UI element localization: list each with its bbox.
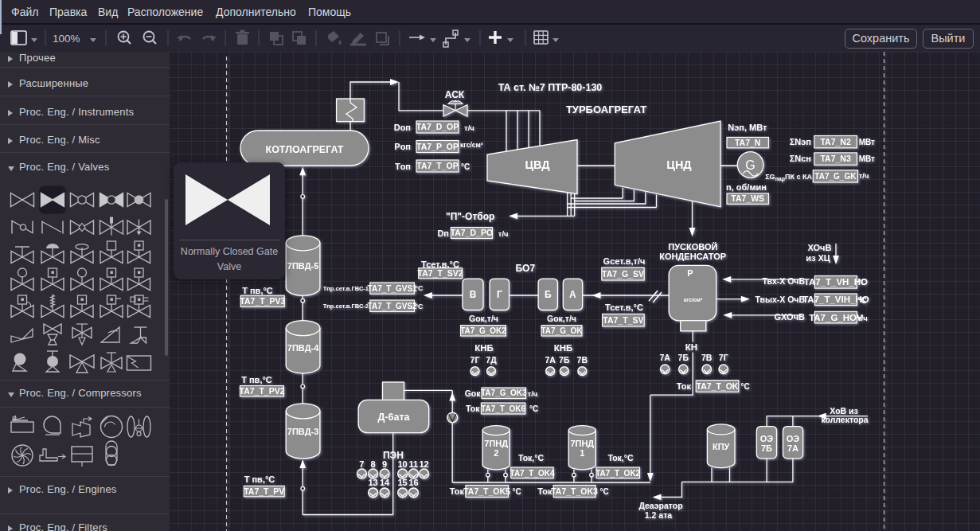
svg-text:т/ч: т/ч bbox=[857, 314, 868, 322]
svg-text:Тсет.в,°С: Тсет.в,°С bbox=[421, 260, 459, 269]
svg-text:Т пв,°С: Т пв,°С bbox=[241, 375, 272, 385]
svg-text:°С: °С bbox=[741, 382, 750, 391]
svg-text:°С: °С bbox=[415, 284, 424, 292]
svg-text:TA7_WS: TA7_WS bbox=[731, 193, 764, 203]
svg-text:Tоп: Tоп bbox=[395, 162, 411, 171]
svg-text:7Г: 7Г bbox=[719, 353, 728, 362]
svg-text:°С: °С bbox=[415, 303, 424, 310]
svg-text:TA7_G_OK2: TA7_G_OK2 bbox=[460, 326, 506, 335]
svg-text:TA7_T_SV2: TA7_T_SV2 bbox=[418, 268, 463, 278]
svg-text:КОТЛОАГРЕГАТ: КОТЛОАГРЕГАТ bbox=[266, 144, 344, 155]
svg-text:7Г: 7Г bbox=[470, 355, 480, 365]
svg-text:Nэп, МВт: Nэп, МВт bbox=[728, 123, 767, 132]
svg-text:7Б: 7Б bbox=[559, 355, 570, 365]
svg-text:ΣGпарПК с КА: ΣGпарПК с КА bbox=[765, 173, 812, 182]
svg-text:МВт: МВт bbox=[859, 138, 875, 146]
svg-text:Р: Р bbox=[687, 268, 693, 278]
svg-text:°С: °С bbox=[513, 487, 521, 496]
svg-text:ΣNэп: ΣNэп bbox=[790, 137, 811, 146]
svg-text:TA7_G_OK: TA7_G_OK bbox=[541, 326, 583, 335]
svg-text:GХОчВ: GХОчВ bbox=[775, 312, 806, 322]
svg-text:кгс/см²: кгс/см² bbox=[684, 297, 703, 303]
svg-text:°С: °С bbox=[858, 278, 867, 287]
svg-text:"П"-Отбор: "П"-Отбор bbox=[446, 211, 494, 222]
svg-text:7Д: 7Д bbox=[486, 355, 497, 365]
svg-text:7В: 7В bbox=[577, 355, 588, 365]
svg-text:7А: 7А bbox=[545, 355, 556, 365]
svg-text:Gок,т/ч: Gок,т/ч bbox=[547, 314, 576, 323]
svg-text:7: 7 bbox=[359, 459, 364, 469]
svg-text:КНБ: КНБ bbox=[554, 343, 573, 353]
svg-text:15: 15 bbox=[397, 478, 407, 487]
svg-text:8: 8 bbox=[371, 459, 376, 469]
svg-text:TA7_D_PO: TA7_D_PO bbox=[451, 228, 494, 237]
svg-text:ЦВД: ЦВД bbox=[525, 158, 550, 171]
svg-text:т/ч: т/ч bbox=[464, 123, 474, 132]
svg-text:TA7_T_OK2: TA7_T_OK2 bbox=[595, 469, 640, 478]
svg-text:TA7_N2: TA7_N2 bbox=[820, 137, 850, 146]
svg-text:Г: Г bbox=[497, 289, 502, 300]
svg-text:Б: Б bbox=[545, 289, 552, 300]
svg-text:ПУСКОВОЙ: ПУСКОВОЙ bbox=[668, 242, 717, 252]
svg-text:Dоп: Dоп bbox=[394, 123, 411, 132]
svg-text:TA7_T_OK: TA7_T_OK bbox=[697, 381, 739, 391]
svg-text:°С: °С bbox=[858, 296, 867, 305]
svg-text:TA7_D_OP: TA7_D_OP bbox=[416, 122, 459, 131]
svg-text:МВт: МВт bbox=[859, 154, 875, 163]
svg-text:КПУ: КПУ bbox=[713, 442, 730, 451]
svg-text:TA7_N: TA7_N bbox=[735, 138, 760, 147]
svg-text:Твх-Х ОчВ: Твх-Х ОчВ bbox=[762, 276, 805, 286]
svg-text:14: 14 bbox=[380, 478, 390, 487]
svg-text:7ПВД-5: 7ПВД-5 bbox=[287, 261, 318, 271]
svg-text:Тпр.сет.в.ГВС-2: Тпр.сет.в.ГВС-2 bbox=[323, 303, 369, 310]
svg-text:Gсет.в,т/ч: Gсет.в,т/ч bbox=[603, 256, 646, 266]
svg-text:т/ч: т/ч bbox=[498, 229, 509, 238]
svg-text:Ток: Ток bbox=[466, 404, 480, 413]
svg-text:7ПВД-4: 7ПВД-4 bbox=[287, 343, 319, 353]
svg-text:Gок: Gок bbox=[465, 388, 482, 398]
svg-text:коллектора: коллектора bbox=[821, 415, 868, 424]
svg-text:А: А bbox=[569, 289, 576, 300]
svg-text:13: 13 bbox=[368, 478, 377, 487]
svg-text:из ХЦ: из ХЦ bbox=[806, 253, 830, 263]
svg-text:TA7_N3: TA7_N3 bbox=[820, 154, 850, 163]
svg-text:ТА ст. №7 ПТР-80-130: ТА ст. №7 ПТР-80-130 bbox=[498, 82, 603, 93]
svg-text:Ток: Ток bbox=[677, 381, 692, 391]
svg-text:7ПВД-3: 7ПВД-3 bbox=[287, 427, 318, 436]
svg-text:11: 11 bbox=[409, 459, 419, 469]
svg-text:G: G bbox=[745, 158, 755, 172]
svg-text:7В: 7В bbox=[701, 353, 713, 362]
svg-text:7Б: 7Б bbox=[761, 443, 772, 453]
svg-text:TA7_T_OP: TA7_T_OP bbox=[416, 161, 458, 170]
svg-text:кгс/см²: кгс/см² bbox=[460, 141, 483, 149]
svg-text:Т пв,°С: Т пв,°С bbox=[242, 286, 273, 295]
svg-text:Твых-Х ОчВ: Твых-Х ОчВ bbox=[755, 295, 805, 304]
svg-text:°С: °С bbox=[461, 162, 470, 171]
svg-text:n, об/мин: n, об/мин bbox=[726, 182, 767, 192]
svg-text:TA7_T_OK4: TA7_T_OK4 bbox=[510, 469, 555, 478]
svg-text:1.2 ата: 1.2 ата bbox=[645, 510, 672, 520]
svg-text:7ПНД: 7ПНД bbox=[570, 439, 594, 448]
svg-text:КН: КН bbox=[685, 342, 697, 352]
svg-text:КНБ: КНБ bbox=[474, 343, 494, 353]
svg-text:TA7_T_SV: TA7_T_SV bbox=[603, 315, 643, 325]
svg-text:TA7_T_PV2: TA7_T_PV2 bbox=[240, 386, 285, 396]
svg-text:TA7_T_OK5: TA7_T_OK5 bbox=[463, 486, 510, 496]
svg-text:9: 9 bbox=[382, 459, 387, 469]
svg-text:2: 2 bbox=[494, 448, 498, 458]
svg-text:°С: °С bbox=[529, 404, 538, 413]
svg-text:°С: °С bbox=[600, 487, 609, 496]
svg-text:TA7_T_GVS2: TA7_T_GVS2 bbox=[368, 302, 417, 310]
svg-text:ОЭ: ОЭ bbox=[787, 434, 800, 443]
svg-text:12: 12 bbox=[419, 459, 428, 469]
svg-text:Ток: Ток bbox=[450, 486, 465, 496]
svg-text:7Б: 7Б bbox=[678, 353, 689, 362]
svg-text:АСК: АСК bbox=[445, 89, 465, 100]
svg-text:ТУРБОАГРЕГАТ: ТУРБОАГРЕГАТ bbox=[566, 103, 646, 115]
svg-text:т/ч: т/ч bbox=[859, 171, 869, 180]
svg-text:ЦНД: ЦНД bbox=[666, 158, 692, 171]
svg-text:TA7_T_PV: TA7_T_PV bbox=[244, 486, 284, 496]
svg-text:т/ч: т/ч bbox=[528, 389, 538, 398]
svg-text:Gок,т/ч: Gок,т/ч bbox=[469, 314, 498, 323]
svg-text:Ток,°С: Ток,°С bbox=[518, 453, 545, 463]
